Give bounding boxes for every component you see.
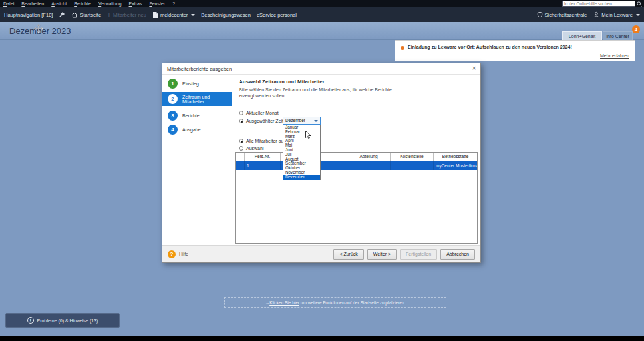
mouse-cursor-icon — [305, 130, 311, 142]
step-number-badge: 3 — [168, 111, 178, 121]
hilfe-button[interactable]: ? Hilfe — [168, 250, 188, 258]
notification-message: Einladung zu Lexware vor Ort: Aufschlaue… — [408, 45, 627, 49]
plus-icon: + — [107, 11, 111, 19]
hauptnavigation-button[interactable]: Hauptnavigation [F10] — [4, 12, 53, 18]
dropzone-text: um weitere Funktionen auf der Startseite… — [299, 300, 405, 305]
fertigstellen-button[interactable]: Fertigstellen — [400, 249, 437, 260]
info-center-badge: 4 — [632, 25, 640, 33]
online-help-search — [562, 1, 643, 7]
close-icon[interactable]: ✕ — [472, 65, 476, 72]
mein-lexware-button[interactable]: Mein Lexware — [593, 11, 640, 18]
radio-icon — [239, 146, 243, 151]
cell-betriebsstaette: myCenter Musterfirma — [434, 161, 477, 170]
wizard-content: Auswahl Zeitraum und Mitarbeiter Bitte w… — [232, 75, 480, 245]
mitarbeiter-table: Pers.Nr. Abteilung Kostenstelle Betriebs… — [235, 152, 478, 244]
menu-fenster[interactable]: Fenster — [149, 1, 165, 6]
step-number-badge: 2 — [168, 94, 178, 104]
tab-lohn-gehalt[interactable]: Lohn+Gehalt — [562, 31, 602, 40]
menu-extras[interactable]: Extras — [129, 1, 142, 6]
sicherheitszentrale-button[interactable]: Sicherheitszentrale — [537, 11, 587, 18]
menu-verwaltung[interactable]: Verwaltung — [98, 1, 122, 6]
dropdown-value: Dezember — [285, 118, 305, 123]
cell-abteilung — [347, 161, 391, 170]
startseite-dropzone: →Klicken Sie hier um weitere Funktionen … — [224, 297, 446, 308]
col-selector — [236, 153, 245, 161]
user-icon — [593, 11, 599, 18]
period-header: Dezember 2023 — [0, 22, 644, 40]
radio-icon — [239, 119, 243, 123]
home-icon — [71, 12, 78, 18]
shield-icon — [537, 11, 543, 18]
zurueck-button[interactable]: < Zurück — [333, 249, 363, 260]
main-toolbar: Hauptnavigation [F10] Startseite + Mitar… — [0, 7, 644, 22]
radio-icon — [239, 111, 243, 115]
dialog-title: Mitarbeiterberichte ausgeben — [167, 66, 232, 72]
col-abteilung: Abteilung — [347, 153, 391, 161]
step-number-badge: 1 — [168, 79, 178, 89]
radio-label: Aktueller Monat — [246, 111, 279, 115]
startseite-button[interactable]: Startseite — [71, 12, 101, 18]
menu-datei[interactable]: Datei — [3, 1, 14, 6]
help-icon: ? — [168, 250, 176, 258]
klicken-sie-hier-link[interactable]: Klicken Sie hier — [269, 300, 299, 305]
notification-panel: Einladung zu Lexware vor Ort: Aufschlaue… — [395, 40, 635, 61]
wizard-steps-panel: 1 Einstieg 2 Zeitraum und Mitarbeiter 3 … — [162, 75, 232, 245]
zeitraum-dropdown[interactable]: Dezember — [283, 117, 321, 125]
table-row[interactable]: 1 Ackermann myCenter Musterfirma — [236, 161, 477, 170]
application-window: Datei Bearbeiten Ansicht Berichte Verwal… — [0, 0, 644, 341]
eservice-personal-button[interactable]: eService personal — [257, 12, 297, 18]
mitarbeiterberichte-dialog: Mitarbeiterberichte ausgeben ✕ 1 Einstie… — [162, 63, 481, 263]
search-input[interactable] — [562, 1, 635, 7]
notification-bullet-icon — [401, 46, 404, 50]
radio-auswahl[interactable]: Auswahl — [239, 146, 263, 151]
col-pers-nr: Pers.Nr. — [245, 153, 281, 161]
step-zeitraum-und-mitarbeiter[interactable]: 2 Zeitraum und Mitarbeiter — [162, 92, 232, 106]
step-einstieg[interactable]: 1 Einstieg — [162, 77, 232, 91]
radio-label: Auswahl — [246, 146, 263, 151]
cell-selector — [236, 161, 245, 170]
step-number-badge: 4 — [168, 125, 178, 135]
bescheinigungswesen-button[interactable]: Bescheinigungswesen — [201, 12, 251, 18]
abbrechen-button[interactable]: Abbrechen — [440, 249, 475, 260]
probleme-hinweise-button[interactable]: ! Probleme (0) & Hinweise (13) — [5, 313, 120, 328]
content-description: Bitte wählen Sie den Zeitraum und die Mi… — [239, 87, 408, 99]
month-dropdown-list: Januar Februar März April Mai Juni Juli … — [283, 125, 321, 180]
step-label: Zeitraum und Mitarbeiter — [182, 95, 232, 104]
dialog-titlebar: Mitarbeiterberichte ausgeben ✕ — [162, 63, 480, 75]
pin-icon[interactable] — [59, 11, 65, 18]
search-icon[interactable] — [635, 1, 643, 7]
mehr-erfahren-link[interactable]: Mehr erfahren — [600, 53, 629, 58]
step-label: Einstieg — [182, 81, 199, 86]
tab-info-center[interactable]: Info Center — [603, 31, 633, 40]
chevron-down-icon — [191, 14, 195, 16]
cell-pers-nr: 1 — [245, 161, 281, 170]
menu-bar: Datei Bearbeiten Ansicht Berichte Verwal… — [0, 0, 644, 7]
month-option-selected[interactable]: Dezember — [283, 175, 320, 180]
warning-icon: ! — [27, 317, 34, 324]
mitarbeiter-neu-button[interactable]: + Mitarbeiter neu — [107, 11, 146, 19]
move-cursor-icon — [34, 24, 43, 36]
step-label: Ausgabe — [182, 127, 201, 132]
hilfe-label: Hilfe — [179, 252, 188, 256]
radio-icon — [239, 139, 243, 143]
taskbar-strip — [0, 336, 644, 341]
meldecenter-button[interactable]: meldecenter — [152, 11, 195, 19]
status-label: Probleme (0) & Hinweise (13) — [37, 318, 98, 323]
menu-berichte[interactable]: Berichte — [74, 1, 91, 6]
chevron-down-icon — [636, 14, 640, 16]
menu-bearbeiten[interactable]: Bearbeiten — [21, 1, 44, 6]
radio-aktueller-monat[interactable]: Aktueller Monat — [239, 111, 279, 115]
step-berichte[interactable]: 3 Berichte — [162, 109, 232, 123]
step-label: Berichte — [182, 113, 200, 118]
table-header: Pers.Nr. Abteilung Kostenstelle Betriebs… — [236, 153, 477, 161]
weiter-button[interactable]: Weiter > — [367, 249, 397, 260]
document-icon — [152, 11, 158, 19]
col-betriebsstaette: Betriebsstätte — [434, 153, 477, 161]
chevron-down-icon — [314, 120, 318, 122]
menu-hilfe[interactable]: ? — [172, 1, 175, 6]
dialog-footer: ? Hilfe < Zurück Weiter > Fertigstellen … — [162, 245, 480, 262]
col-kostenstelle: Kostenstelle — [391, 153, 434, 161]
menu-ansicht[interactable]: Ansicht — [51, 1, 67, 6]
step-ausgabe[interactable]: 4 Ausgabe — [162, 123, 232, 137]
content-heading: Auswahl Zeitraum und Mitarbeiter — [239, 79, 325, 85]
